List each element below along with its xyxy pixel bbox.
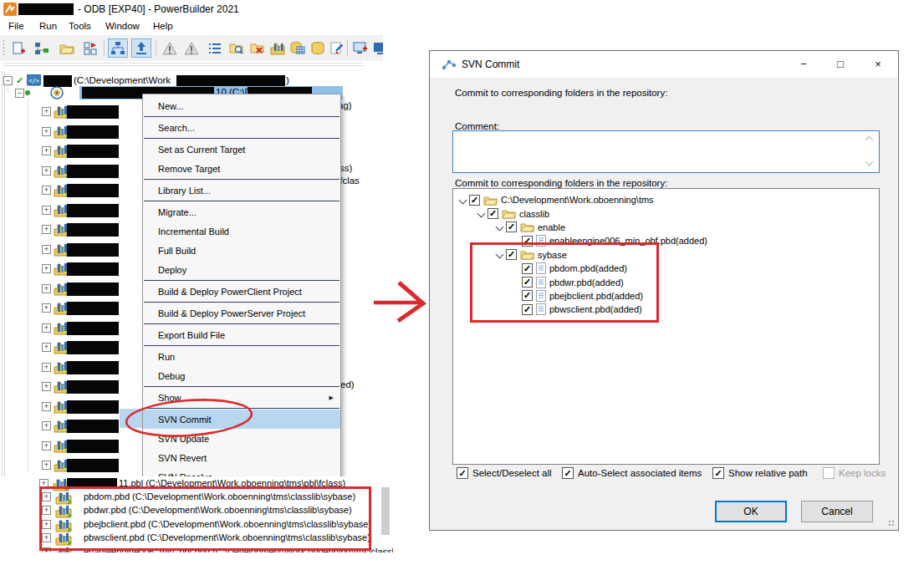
menu-help[interactable]: Help — [153, 21, 173, 31]
browse-folder-icon[interactable] — [227, 38, 247, 58]
tree-expand-box[interactable]: + — [42, 245, 51, 254]
menu-item-migrate[interactable]: Migrate... — [143, 202, 340, 221]
comment-input[interactable] — [452, 130, 880, 173]
library-tree-row[interactable]: + — [0, 456, 142, 475]
tree-expand-box[interactable]: + — [42, 284, 51, 293]
library-tree-row[interactable]: + — [0, 259, 142, 278]
resize-grip[interactable] — [888, 520, 895, 527]
tree-expand-box[interactable]: + — [42, 303, 51, 313]
run-icon[interactable] — [350, 38, 370, 58]
tree-expand-box[interactable]: + — [42, 225, 51, 234]
tree-expand-box[interactable]: + — [42, 382, 51, 391]
checkbox-icon[interactable]: ✓ — [457, 467, 468, 479]
library-tree-row[interactable]: + — [0, 318, 142, 338]
menu-run[interactable]: Run — [39, 21, 57, 31]
commit-tree-row-pbejbclient-pbd[interactable]: ✓pbejbclient.pbd(added) — [453, 289, 879, 303]
library-tree-row[interactable]: + — [0, 298, 142, 318]
warning-list-icon[interactable] — [181, 38, 202, 58]
commit-tree-row-sybase[interactable]: ✓sybase — [453, 248, 879, 262]
checkbox-icon[interactable]: ✓ — [469, 195, 480, 206]
menu-item-export-build-file[interactable]: Export Build File — [143, 325, 340, 344]
tree-expand-box[interactable]: + — [42, 323, 51, 333]
minimize-button[interactable]: − — [791, 56, 816, 73]
tree-expand-box[interactable]: + — [42, 533, 51, 542]
menu-item-svn-update[interactable]: SVN Update — [143, 429, 340, 448]
menu-item-incremental-build[interactable]: Incremental Build — [143, 221, 340, 241]
tree-expand-box[interactable]: + — [42, 402, 51, 411]
tree-expand-box[interactable]: + — [42, 107, 51, 116]
menu-tools[interactable]: Tools — [69, 21, 91, 31]
tree-expand-box[interactable]: + — [42, 166, 51, 176]
error-warning-icon[interactable] — [160, 38, 180, 58]
inherit-icon[interactable] — [32, 38, 52, 58]
tree-expand-box[interactable]: + — [42, 441, 51, 450]
checkbox-icon[interactable]: ✓ — [522, 277, 533, 288]
deploy-icon[interactable] — [131, 38, 151, 58]
tree-expand-box[interactable]: + — [42, 520, 51, 529]
chevron-down-icon[interactable] — [477, 210, 486, 218]
open-folder-icon[interactable] — [57, 38, 77, 58]
dialog-titlebar[interactable]: SVN Commit − □ × — [430, 51, 898, 78]
tree-expand-box[interactable]: + — [42, 506, 51, 515]
tree-expand-box[interactable]: + — [42, 461, 51, 470]
scroll-up-icon[interactable] — [865, 136, 874, 145]
checkbox-icon[interactable]: ✓ — [506, 221, 517, 232]
chevron-down-icon[interactable] — [459, 196, 467, 204]
library-tree-row[interactable]: + — [0, 201, 142, 220]
scroll-down-icon[interactable] — [865, 158, 874, 166]
library-tree-row[interactable]: + — [0, 220, 142, 239]
commit-tree-row-enableengine006-min-obf-pbd[interactable]: ✓enableengine006_min_obf.pbd(added) — [453, 234, 879, 247]
menu-item-new[interactable]: New... — [143, 96, 340, 115]
menu-item-show[interactable]: Show▶ — [143, 388, 340, 407]
tree-expand-box[interactable]: + — [42, 186, 51, 195]
menu-item-run[interactable]: Run — [143, 347, 340, 366]
checkbox-icon[interactable]: ✓ — [488, 208, 498, 219]
workspace-tree-icon[interactable] — [108, 38, 128, 58]
tree-collapse-box[interactable]: − — [3, 76, 13, 85]
list-item[interactable]: +pbdom.pbd (C:\Development\Work.oboennin… — [0, 491, 393, 504]
library-tree-row[interactable]: + — [0, 377, 142, 396]
checkbox-icon[interactable]: ✓ — [712, 467, 724, 479]
tree-collapse-box[interactable]: − — [15, 89, 24, 98]
tree-expand-box[interactable]: + — [42, 421, 51, 430]
menu-item-set-as-current-target[interactable]: Set as Current Target — [143, 140, 340, 159]
menu-item-build-deploy-powerclient-project[interactable]: Build & Deploy PowerClient Project — [143, 282, 340, 301]
maximize-button[interactable]: □ — [828, 56, 853, 73]
checkbox-icon[interactable] — [823, 467, 835, 479]
library-tree-row[interactable]: + — [0, 338, 142, 357]
menu-item-full-build[interactable]: Full Build — [143, 241, 340, 260]
option-show-relative-path[interactable]: ✓Show relative path — [712, 467, 808, 479]
library-tree-row[interactable]: + — [0, 102, 142, 121]
checkbox-icon[interactable]: ✓ — [562, 467, 574, 479]
menu-item-search[interactable]: Search... — [143, 118, 340, 137]
toolbar-grip[interactable] — [3, 39, 5, 57]
commit-tree-row-pbwsclient-pbd[interactable]: ✓pbwsclient.pbd(added) — [453, 303, 879, 316]
tree-expand-box[interactable]: + — [42, 206, 51, 215]
library-painter-icon[interactable] — [80, 38, 100, 58]
tree-expand-box[interactable]: + — [42, 127, 51, 136]
option-auto-select-associated-items[interactable]: ✓Auto-Select associated items — [562, 467, 702, 479]
library-tree-row[interactable]: + — [0, 161, 142, 181]
database-table-icon[interactable] — [288, 38, 308, 58]
debug-monitor-icon[interactable] — [370, 38, 383, 58]
commit-tree-row-c-development-work-oboenning-tms[interactable]: ✓C:\Development\Work.oboenning\tms — [453, 193, 879, 206]
tree-expand-box[interactable]: + — [42, 492, 51, 501]
list-icon[interactable] — [205, 38, 225, 58]
tree-expand-box[interactable]: + — [42, 146, 51, 155]
checkbox-icon[interactable]: ✓ — [522, 263, 533, 274]
library-tree-row[interactable]: + — [0, 141, 142, 160]
database-icon[interactable] — [308, 38, 328, 58]
menu-item-svn-commit[interactable]: SVN Commit — [143, 410, 340, 429]
commit-tree-row-enable[interactable]: ✓enable — [453, 221, 879, 234]
option-select-deselect-all[interactable]: ✓Select/Deselect all — [457, 467, 552, 479]
list-item[interactable]: +pbdwr.pbd (C:\Development\Work.oboennin… — [0, 504, 393, 517]
commit-tree-row-pbdom-pbd[interactable]: ✓pbdom.pbd(added) — [453, 262, 879, 275]
commit-tree-row-classlib[interactable]: ✓classlib — [453, 206, 879, 220]
checkbox-icon[interactable]: ✓ — [522, 304, 533, 315]
tree-expand-box[interactable]: + — [42, 363, 51, 372]
commit-tree-row-pbdwr-pbd[interactable]: ✓pbdwr.pbd(added) — [453, 275, 879, 288]
library-chart-icon[interactable] — [268, 38, 288, 58]
edit-source-icon[interactable] — [327, 38, 347, 58]
library-tree-row[interactable]: + — [0, 436, 142, 456]
library-tree-row[interactable]: + — [0, 240, 142, 259]
